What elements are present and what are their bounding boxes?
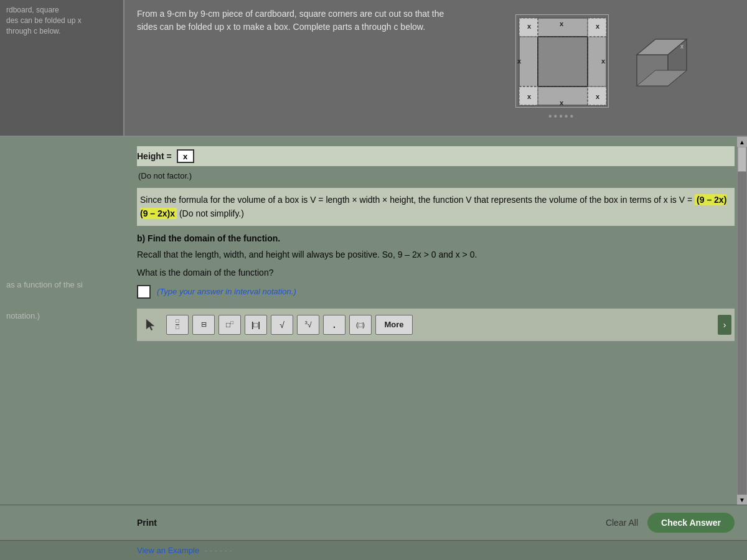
sidebar-line1: rdboard, square <box>6 5 117 16</box>
svg-rect-1 <box>538 37 588 86</box>
toolbar-btn-fraction[interactable]: □ □ <box>166 315 189 335</box>
3d-box-svg: x <box>624 33 693 101</box>
svg-text:x: x <box>560 20 564 27</box>
top-right-panel: From a 9-cm by 9-cm piece of cardboard, … <box>125 0 747 136</box>
content-inner: as a function of the si notation.) Heigh… <box>0 137 747 505</box>
svg-text:x: x <box>517 57 522 65</box>
answer-checkbox[interactable] <box>137 285 151 299</box>
domain-question: What is the domain of the function? <box>137 268 735 278</box>
problem-text: From a 9-cm by 9-cm piece of cardboard, … <box>137 7 461 128</box>
recall-text: Recall that the length, width, and heigh… <box>137 248 735 261</box>
view-example-dots: - - - - - - <box>205 546 232 555</box>
section-b-label: b) Find the domain of the function. <box>137 233 735 243</box>
svg-text:x: x <box>527 22 532 30</box>
content-area: as a function of the si notation.) Heigh… <box>0 137 747 505</box>
toolbar-btn-abs[interactable]: |□| <box>245 315 267 335</box>
svg-marker-23 <box>146 319 154 330</box>
more-button[interactable]: More <box>375 315 413 335</box>
top-left-panel: rdboard, square des can be folded up x t… <box>0 0 125 136</box>
right-arrow-btn[interactable]: › <box>718 315 731 335</box>
sidebar-line3: through c below. <box>6 26 117 37</box>
check-answer-button[interactable]: Check Answer <box>647 513 735 533</box>
height-answer-row: Height = x <box>137 146 735 166</box>
toolbar-btn-dot[interactable]: . <box>323 315 345 335</box>
bottom-right-buttons: Clear All Check Answer <box>606 513 735 533</box>
bottom-bar: Print Clear All Check Answer <box>0 505 747 540</box>
sidebar-line2: des can be folded up x <box>6 16 117 26</box>
toolbar-btn-superscript[interactable]: □□ <box>218 315 241 335</box>
svg-text:x: x <box>527 93 532 100</box>
svg-text:x: x <box>560 99 564 106</box>
toolbar-btn-matrix[interactable]: ⊟ <box>192 315 215 335</box>
view-example-link[interactable]: View an Example - - - - - - <box>0 540 747 560</box>
scroll-track[interactable] <box>738 147 746 495</box>
toolbar-btn-sqrt[interactable]: √ <box>271 315 293 335</box>
answer-row: (Type your answer in interval notation.) <box>137 285 735 299</box>
as-function-label: as a function of the si <box>6 280 83 289</box>
formula-section: Since the formula for the volume of a bo… <box>137 188 735 226</box>
diagram-area: x x x x x x x x ••••• <box>473 7 735 128</box>
svg-text:x: x <box>680 43 684 50</box>
toolbar-btn-cbrt[interactable]: 3√ <box>297 315 319 335</box>
right-arrow-area: › <box>718 315 731 335</box>
dots-row: ••••• <box>515 111 609 122</box>
3d-box: x <box>624 33 693 103</box>
do-not-factor: (Do not factor.) <box>137 171 735 180</box>
flat-box-svg: x x x x x x x x <box>515 14 609 108</box>
scroll-up-arrow[interactable]: ▲ <box>737 137 747 147</box>
formula-intro: Since the formula for the volume of a bo… <box>140 195 692 205</box>
scrollbar: ▲ ▼ <box>737 137 747 505</box>
svg-text:x: x <box>596 93 600 100</box>
height-label: Height = <box>137 151 172 161</box>
main-container: rdboard, square des can be folded up x t… <box>0 0 747 560</box>
toolbar-row: □ □ ⊟ □□ |□| √ 3√ <box>137 308 735 342</box>
answer-placeholder[interactable]: (Type your answer in interval notation.) <box>157 287 296 296</box>
print-link[interactable]: Print <box>137 518 157 528</box>
scroll-thumb[interactable] <box>738 147 746 172</box>
scroll-down-arrow[interactable]: ▼ <box>737 495 747 505</box>
toolbar-btn-paren[interactable]: (□) <box>349 315 372 335</box>
clear-all-button[interactable]: Clear All <box>606 518 638 528</box>
svg-text:x: x <box>596 22 600 30</box>
height-value: x <box>183 152 187 161</box>
formula-suffix: (Do not simplify.) <box>179 208 244 218</box>
height-answer-box: x <box>177 149 194 163</box>
svg-text:x: x <box>601 57 606 65</box>
notation-label: notation.) <box>6 311 40 320</box>
flat-box-diagram: x x x x x x x x ••••• <box>515 14 609 122</box>
cursor-icon <box>140 314 162 336</box>
top-section: rdboard, square des can be folded up x t… <box>0 0 747 137</box>
